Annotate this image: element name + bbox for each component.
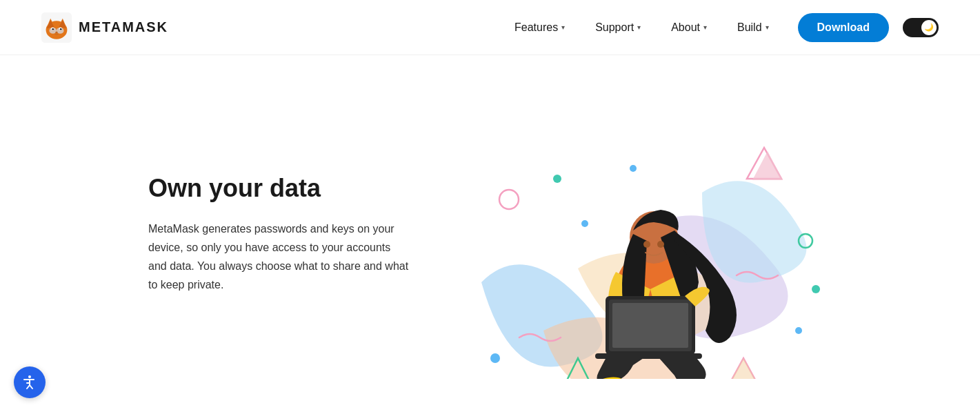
nav-links: Features ▾ Support ▾ About ▾ Build ▾ bbox=[499, 14, 784, 41]
toggle-track: 🌙 bbox=[903, 18, 939, 37]
svg-point-8 bbox=[52, 28, 54, 30]
download-button[interactable]: Download bbox=[798, 13, 889, 42]
svg-rect-35 bbox=[595, 353, 702, 359]
svg-point-31 bbox=[657, 241, 664, 248]
svg-point-16 bbox=[630, 165, 637, 172]
logo-link[interactable]: METAMASK bbox=[41, 12, 168, 43]
chevron-down-icon: ▾ bbox=[561, 23, 565, 31]
hero-title: Own your data bbox=[148, 173, 410, 203]
nav-link-build[interactable]: Build ▾ bbox=[722, 14, 784, 41]
svg-line-40 bbox=[30, 385, 32, 389]
main-content: Own your data MetaMask generates passwor… bbox=[0, 55, 980, 412]
nav-link-about[interactable]: About ▾ bbox=[656, 14, 722, 41]
svg-point-14 bbox=[553, 175, 561, 183]
toggle-thumb: 🌙 bbox=[921, 20, 937, 35]
accessibility-icon bbox=[21, 374, 38, 391]
chevron-down-icon: ▾ bbox=[703, 23, 707, 31]
svg-point-30 bbox=[643, 241, 650, 248]
svg-point-17 bbox=[490, 353, 500, 363]
metamask-fox-icon bbox=[41, 12, 72, 43]
nav-link-support[interactable]: Support ▾ bbox=[580, 14, 656, 41]
nav-item-support[interactable]: Support ▾ bbox=[580, 14, 656, 41]
chevron-down-icon: ▾ bbox=[766, 23, 769, 31]
svg-marker-25 bbox=[724, 358, 763, 379]
nav-item-build[interactable]: Build ▾ bbox=[722, 14, 784, 41]
accessibility-widget[interactable] bbox=[14, 366, 46, 398]
logo-text: METAMASK bbox=[79, 19, 168, 35]
svg-point-21 bbox=[812, 285, 820, 293]
chevron-down-icon: ▾ bbox=[637, 23, 641, 31]
svg-point-13 bbox=[499, 190, 519, 209]
svg-point-22 bbox=[795, 327, 802, 334]
svg-marker-19 bbox=[752, 151, 783, 180]
svg-point-10 bbox=[55, 31, 58, 33]
nav-item-about[interactable]: About ▾ bbox=[656, 14, 722, 41]
text-section: Own your data MetaMask generates passwor… bbox=[148, 173, 438, 295]
hero-description: MetaMask generates passwords and keys on… bbox=[148, 219, 410, 295]
nav-link-features[interactable]: Features ▾ bbox=[499, 14, 580, 41]
illustration-section bbox=[438, 55, 842, 412]
nav-item-features[interactable]: Features ▾ bbox=[499, 14, 580, 41]
navbar: METAMASK Features ▾ Support ▾ About ▾ Bu… bbox=[0, 0, 980, 55]
svg-point-9 bbox=[60, 28, 62, 30]
hero-illustration bbox=[440, 89, 840, 379]
dark-mode-toggle[interactable]: 🌙 bbox=[903, 18, 939, 37]
svg-point-15 bbox=[581, 220, 588, 227]
svg-rect-34 bbox=[612, 303, 688, 348]
moon-icon: 🌙 bbox=[924, 23, 934, 32]
